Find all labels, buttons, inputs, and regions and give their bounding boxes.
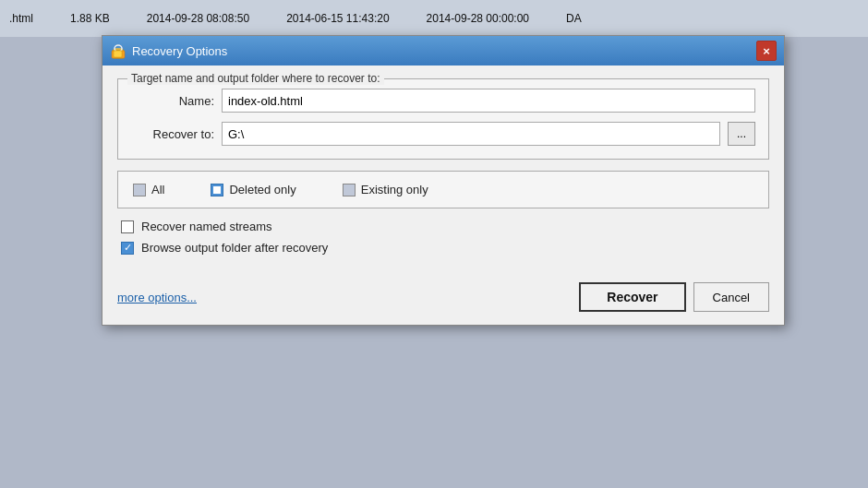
radio-deleted-box [211, 184, 223, 196]
radio-existing[interactable]: Existing only [343, 183, 428, 196]
radio-options-box: All Deleted only Existing only [117, 171, 769, 208]
radio-deleted[interactable]: Deleted only [211, 183, 295, 196]
checkboxes-section: Recover named streams Browse output fold… [117, 220, 769, 255]
recover-to-row: Recover to: ... [131, 122, 755, 146]
radio-all[interactable]: All [133, 183, 164, 196]
checkbox-browse-output[interactable] [121, 242, 134, 255]
dialog-icon [110, 42, 127, 59]
radio-all-box [133, 184, 146, 196]
checkbox-named-streams-row[interactable]: Recover named streams [121, 220, 766, 233]
radio-all-label: All [151, 183, 164, 196]
checkbox-named-streams[interactable] [121, 220, 134, 233]
svg-rect-4 [114, 51, 122, 57]
radio-deleted-label: Deleted only [229, 183, 295, 196]
name-row: Name: [131, 89, 755, 113]
dialog-footer: more options... Recover Cancel [102, 277, 784, 325]
recover-to-input[interactable] [222, 122, 720, 146]
name-input[interactable] [222, 89, 755, 113]
radio-existing-label: Existing only [361, 183, 428, 196]
name-label: Name: [131, 94, 214, 108]
title-bar: Recovery Options × [102, 36, 784, 65]
bg-col1: .html [9, 12, 33, 25]
bg-col4: 2014-06-15 11:43:20 [286, 12, 389, 25]
bg-col6: DA [566, 12, 582, 25]
dialog-body: Target name and output folder where to r… [102, 65, 784, 277]
browse-button[interactable]: ... [728, 122, 755, 146]
title-bar-left: Recovery Options [110, 42, 227, 59]
footer-buttons: Recover Cancel [579, 282, 769, 312]
bg-col3: 2014-09-28 08:08:50 [147, 12, 249, 25]
radio-existing-box [343, 184, 356, 196]
more-options-link[interactable]: more options... [117, 291, 197, 304]
checkbox-browse-output-label: Browse output folder after recovery [141, 241, 328, 255]
target-group-box: Target name and output folder where to r… [117, 78, 769, 160]
bg-col5: 2014-09-28 00:00:00 [427, 12, 529, 25]
recovery-options-dialog: Recovery Options × Target name and outpu… [102, 35, 785, 326]
close-button[interactable]: × [756, 41, 777, 61]
cancel-button[interactable]: Cancel [693, 282, 769, 312]
recover-button[interactable]: Recover [579, 282, 685, 312]
checkbox-browse-output-row[interactable]: Browse output folder after recovery [121, 241, 766, 255]
group-box-legend: Target name and output folder where to r… [127, 72, 384, 85]
checkbox-named-streams-label: Recover named streams [141, 220, 272, 233]
dialog-title: Recovery Options [132, 44, 227, 58]
recover-to-label: Recover to: [131, 127, 214, 141]
bg-col2: 1.88 KB [70, 12, 110, 25]
